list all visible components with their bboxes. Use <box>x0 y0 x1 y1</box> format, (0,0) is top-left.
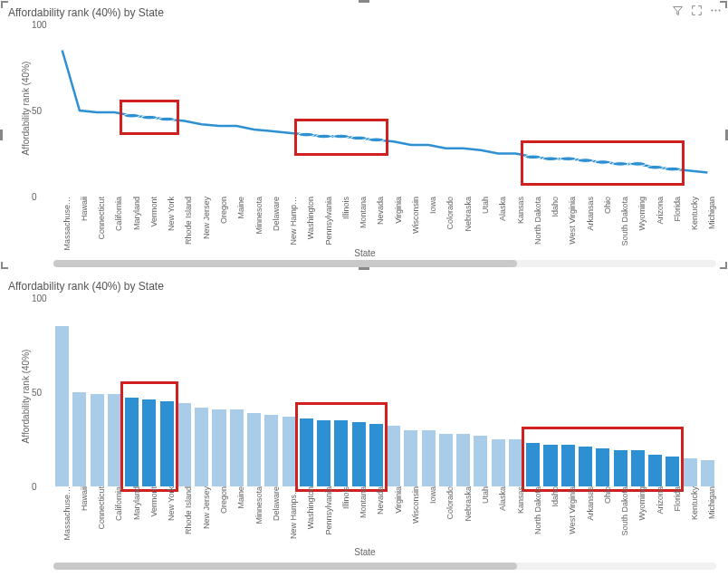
bar[interactable] <box>596 448 609 486</box>
x-tick-label: Minnesota <box>254 197 263 235</box>
x-tick-label: California <box>114 197 123 231</box>
bar[interactable] <box>142 399 156 486</box>
bar[interactable] <box>352 422 366 486</box>
svg-point-18 <box>647 165 664 169</box>
bar[interactable] <box>212 409 225 486</box>
bar[interactable] <box>177 403 191 486</box>
x-tick-label: Colorado <box>445 486 455 520</box>
more-options-icon[interactable] <box>710 5 722 19</box>
bar[interactable] <box>230 409 244 486</box>
svg-point-2 <box>719 10 721 12</box>
bar[interactable] <box>387 426 400 486</box>
x-tick-label: Nebraska <box>464 197 473 232</box>
bar-chart-visual[interactable]: Affordability rank (40%) by State Afford… <box>0 274 728 572</box>
x-tick-label: Wyoming <box>637 197 647 230</box>
bar[interactable] <box>108 394 121 486</box>
x-tick-label: Alaska <box>498 486 507 511</box>
bar[interactable] <box>334 420 348 486</box>
x-tick-label: Kansas <box>516 197 525 224</box>
y-tick-100: 100 <box>32 20 47 30</box>
svg-point-6 <box>299 132 315 137</box>
x-tick-label: Maryland <box>132 197 141 230</box>
horizontal-scrollbar[interactable] <box>53 563 716 570</box>
bar[interactable] <box>526 443 540 486</box>
x-tick-label: North Dakota <box>533 197 542 245</box>
x-tick-label: New Hamp… <box>289 197 298 245</box>
scrollbar-thumb[interactable] <box>53 563 517 570</box>
bar[interactable] <box>247 413 261 486</box>
svg-point-4 <box>141 115 158 120</box>
svg-point-10 <box>369 138 385 142</box>
x-tick-label: Virginia <box>394 486 403 514</box>
svg-point-9 <box>350 136 367 140</box>
x-tick-label: Illinois <box>341 486 350 509</box>
bar[interactable] <box>91 394 104 486</box>
x-tick-label: West Virginia <box>568 486 577 534</box>
bar[interactable] <box>422 430 436 486</box>
bar[interactable] <box>474 436 487 486</box>
y-axis: Affordability rank (40%) 0 50 100 <box>6 21 53 267</box>
svg-point-7 <box>316 134 332 139</box>
x-axis-labels-line: Massachuse…HawaiiConnecticutCaliforniaMa… <box>53 197 716 244</box>
x-tick-label: Maine <box>236 197 245 219</box>
x-tick-label: Arkansas <box>586 197 595 231</box>
scrollbar-thumb[interactable] <box>53 260 517 267</box>
x-tick-label: Delaware <box>272 486 281 521</box>
y-axis: Affordability rank (40%) 0 50 100 <box>6 294 53 570</box>
resize-handle-top[interactable] <box>359 0 369 3</box>
bar[interactable] <box>561 445 575 486</box>
x-tick-label: Illinois <box>341 197 350 219</box>
x-tick-label: Oregon <box>219 486 228 514</box>
resize-handle-tl[interactable] <box>1 1 8 8</box>
resize-handle-left[interactable] <box>0 130 3 140</box>
bar[interactable] <box>509 439 522 486</box>
x-tick-label: Connecticut <box>97 486 106 530</box>
x-tick-label: New York <box>167 486 176 521</box>
bar-plot-region[interactable] <box>53 298 716 486</box>
bar[interactable] <box>439 434 453 486</box>
chart-title: Affordability rank (40%) by State <box>1 274 727 294</box>
x-tick-label: Ohio <box>603 486 612 504</box>
bar[interactable] <box>404 430 417 486</box>
y-tick-50: 50 <box>32 388 42 398</box>
bar[interactable] <box>684 458 697 486</box>
svg-point-12 <box>542 157 559 161</box>
bar[interactable] <box>300 418 313 486</box>
bar[interactable] <box>648 455 662 486</box>
visual-header-icons <box>672 5 722 19</box>
bar[interactable] <box>125 398 139 486</box>
focus-mode-icon[interactable] <box>691 5 703 19</box>
x-tick-label: New York <box>167 197 176 231</box>
resize-handle-bottom[interactable] <box>359 267 369 270</box>
bar[interactable] <box>492 439 505 486</box>
bar[interactable] <box>543 445 557 486</box>
bar[interactable] <box>631 450 645 486</box>
x-tick-label: Washington <box>306 486 315 529</box>
x-tick-label: Michigan <box>707 197 716 229</box>
bar[interactable] <box>369 424 383 486</box>
bar[interactable] <box>614 450 627 486</box>
x-tick-label: Utah <box>481 486 490 504</box>
bar[interactable] <box>666 457 679 486</box>
line-chart-visual[interactable]: Affordability rank (40%) by State Afford… <box>0 0 728 270</box>
horizontal-scrollbar[interactable] <box>53 260 716 267</box>
bar[interactable] <box>701 460 714 486</box>
bar[interactable] <box>317 420 330 486</box>
bar[interactable] <box>579 447 592 486</box>
bar[interactable] <box>195 408 208 486</box>
x-tick-label: Minnesota <box>254 486 263 524</box>
filter-icon[interactable] <box>672 5 684 19</box>
bar[interactable] <box>264 415 278 486</box>
line-plot-region[interactable] <box>53 24 716 197</box>
bar[interactable] <box>160 401 174 486</box>
x-tick-label: South Dakota <box>620 486 629 536</box>
bar[interactable] <box>55 326 69 486</box>
bar[interactable] <box>456 434 470 486</box>
svg-point-8 <box>333 134 350 139</box>
bar[interactable] <box>283 417 296 486</box>
bar[interactable] <box>72 392 86 486</box>
y-tick-0: 0 <box>32 192 37 202</box>
x-tick-label: Vermont <box>149 486 158 517</box>
svg-point-14 <box>578 159 594 163</box>
x-tick-label: North Dakota <box>533 486 542 534</box>
